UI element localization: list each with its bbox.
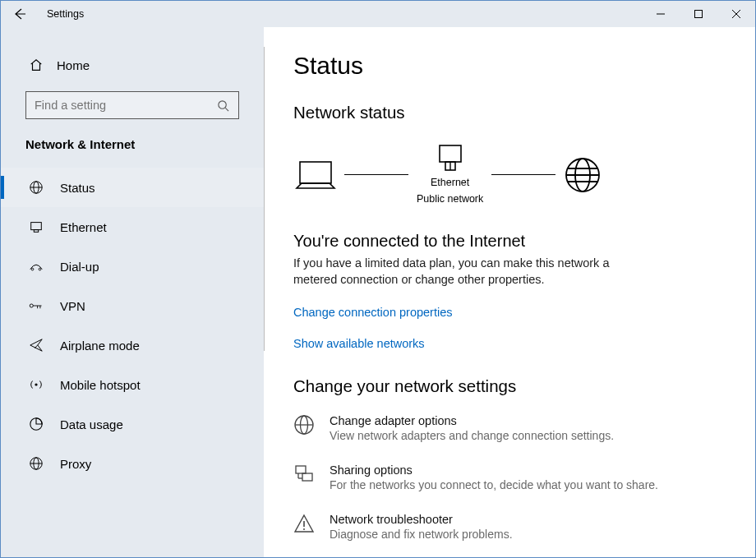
sidebar-item-dialup[interactable]: Dial-up	[1, 247, 264, 286]
search-input[interactable]	[35, 99, 209, 112]
svg-rect-7	[31, 223, 42, 230]
sidebar-item-vpn[interactable]: VPN	[1, 286, 264, 325]
option-troubleshooter[interactable]: Network troubleshooter Diagnose and fix …	[293, 513, 726, 541]
back-icon[interactable]	[12, 7, 27, 21]
network-status-heading: Network status	[293, 103, 726, 122]
content-pane: Status Network status Ethernet Public ne…	[264, 27, 755, 557]
dialup-icon	[29, 259, 44, 274]
sidebar-item-label: Airplane mode	[60, 339, 140, 353]
option-sharing[interactable]: Sharing options For the networks you con…	[293, 463, 726, 491]
svg-rect-26	[296, 466, 306, 473]
option-desc: Diagnose and fix network problems.	[330, 528, 513, 541]
svg-rect-17	[300, 162, 331, 183]
sidebar-item-label: Data usage	[60, 417, 123, 431]
link-show-available-networks[interactable]: Show available networks	[293, 337, 425, 350]
option-desc: View network adapters and change connect…	[330, 429, 614, 442]
minimize-button[interactable]	[642, 1, 680, 27]
link-change-connection-properties[interactable]: Change connection properties	[293, 306, 452, 319]
router-icon	[436, 144, 464, 173]
svg-rect-27	[302, 473, 312, 481]
globe-icon	[29, 180, 44, 195]
hotspot-icon	[29, 377, 44, 392]
diagram-network-type: Public network	[417, 193, 483, 206]
search-icon	[215, 98, 230, 113]
svg-point-12	[35, 383, 37, 385]
home-icon	[29, 58, 44, 72]
troubleshooter-icon	[293, 513, 315, 534]
connected-description: If you have a limited data plan, you can…	[293, 256, 655, 288]
sidebar-item-label: Proxy	[60, 457, 91, 471]
svg-rect-18	[440, 145, 461, 162]
titlebar: Settings	[1, 1, 755, 27]
sidebar-home-label: Home	[57, 58, 90, 72]
sidebar-home[interactable]: Home	[1, 47, 264, 83]
vpn-icon	[29, 298, 44, 313]
sidebar-item-airplane[interactable]: Airplane mode	[1, 325, 264, 365]
svg-point-31	[303, 528, 305, 530]
search-input-wrap[interactable]	[25, 91, 239, 119]
svg-rect-8	[34, 230, 38, 233]
sidebar-item-ethernet[interactable]: Ethernet	[1, 207, 264, 247]
connected-title: You're connected to the Internet	[293, 232, 726, 251]
svg-point-9	[31, 268, 34, 270]
sidebar-item-label: Ethernet	[60, 220, 107, 234]
sidebar-item-hotspot[interactable]: Mobile hotspot	[1, 365, 264, 404]
internet-globe-icon	[564, 156, 602, 194]
svg-point-11	[30, 304, 33, 307]
network-diagram: Ethernet Public network	[293, 139, 726, 217]
computer-icon	[295, 159, 336, 191]
sidebar: Home Network & Internet Status	[1, 27, 264, 557]
option-desc: For the networks you connect to, decide …	[330, 478, 658, 491]
diagram-connection-name: Ethernet	[431, 177, 469, 190]
datausage-icon	[29, 417, 44, 431]
svg-point-2	[218, 100, 225, 108]
sidebar-item-label: VPN	[60, 299, 85, 313]
sidebar-item-datausage[interactable]: Data usage	[1, 404, 264, 444]
svg-line-3	[225, 108, 228, 111]
maximize-button[interactable]	[680, 1, 717, 27]
close-button[interactable]	[717, 1, 755, 27]
sidebar-item-proxy[interactable]: Proxy	[1, 444, 264, 483]
svg-rect-1	[695, 11, 703, 18]
window-title: Settings	[47, 8, 84, 20]
sidebar-item-status[interactable]: Status	[1, 168, 264, 207]
page-title: Status	[293, 52, 726, 80]
sidebar-category: Network & Internet	[1, 132, 264, 168]
option-title: Network troubleshooter	[330, 513, 513, 526]
sidebar-item-label: Status	[60, 181, 95, 195]
airplane-icon	[29, 338, 44, 353]
option-title: Change adapter options	[330, 414, 614, 427]
adapter-options-icon	[293, 414, 315, 436]
sidebar-item-label: Dial-up	[60, 260, 99, 274]
option-change-adapter[interactable]: Change adapter options View network adap…	[293, 414, 726, 442]
option-title: Sharing options	[330, 463, 658, 477]
change-settings-heading: Change your network settings	[293, 376, 726, 396]
proxy-icon	[29, 456, 44, 471]
sharing-options-icon	[293, 463, 315, 485]
sidebar-item-label: Mobile hotspot	[60, 378, 141, 392]
ethernet-icon	[29, 219, 44, 234]
svg-point-10	[39, 268, 41, 270]
